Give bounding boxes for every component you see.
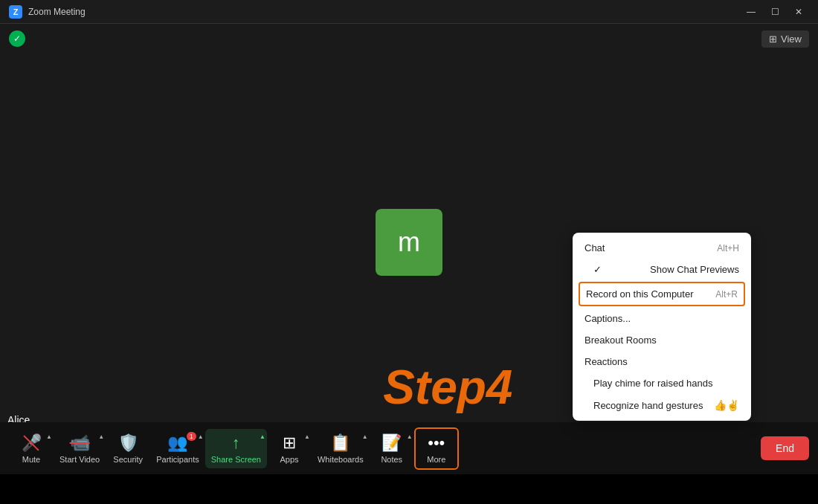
mute-label: Mute [22,455,40,464]
titlebar-left: Z Zoom Meeting [9,5,86,19]
record-shortcut: Alt+R [715,289,738,300]
zoom-logo-icon: Z [9,5,22,19]
maximize-button[interactable]: ☐ [764,4,785,19]
meeting-area: ✓ ⊞ View m Alice Step4 Chat Alt+H ✓ Show… [0,24,818,474]
notes-label: Notes [381,455,402,464]
meeting-topbar: ✓ ⊞ View [0,24,818,54]
share-screen-chevron-icon[interactable]: ▲ [260,433,265,440]
mute-chevron-icon[interactable]: ▲ [46,433,52,440]
check-icon: ✓ [593,264,602,275]
more-label: More [427,455,445,464]
apps-chevron-icon[interactable]: ▲ [304,433,310,440]
notes-button[interactable]: 📝 Notes ▲ [370,429,414,468]
apps-label: Apps [280,455,298,464]
notes-icon: 📝 [381,433,402,453]
apps-button[interactable]: ⊞ Apps ▲ [267,429,312,468]
reactions-label: Reactions [584,356,628,367]
whiteboards-button[interactable]: 📋 Whiteboards ▲ [312,429,370,468]
breakout-label: Breakout Rooms [584,335,657,346]
toolbar: 🎤 Mute ▲ 📹 Start Video ▲ 🛡️ Security 👥 P… [0,422,818,474]
apps-icon: ⊞ [283,433,296,453]
view-label: View [781,33,802,45]
whiteboards-chevron-icon[interactable]: ▲ [362,433,368,440]
record-label: Record on this Computer [586,288,694,300]
participants-chevron-icon[interactable]: ▲ [198,433,204,440]
more-dropdown-menu: Chat Alt+H ✓ Show Chat Previews Record o… [573,233,751,421]
dropdown-reactions-item[interactable]: Reactions [573,351,751,372]
participants-icon: 👥 [167,433,187,453]
dropdown-record-item[interactable]: Record on this Computer Alt+R [579,282,745,306]
participants-count-badge: 1 [187,432,196,441]
mute-button[interactable]: 🎤 Mute ▲ [9,429,54,468]
participants-button[interactable]: 👥 Participants ▲ 1 [150,429,204,468]
video-button[interactable]: 📹 Start Video ▲ [54,429,106,468]
dropdown-show-chat-previews-item[interactable]: ✓ Show Chat Previews [573,259,751,280]
share-screen-button[interactable]: ↑ Share Screen ▲ [205,429,267,468]
mute-icon: 🎤 [22,433,42,453]
minimize-button[interactable]: — [741,4,761,19]
step-label: Step4 [383,360,512,415]
whiteboards-label: Whiteboards [318,455,364,464]
dropdown-captions-item[interactable]: Captions... [573,308,751,329]
avatar-letter: m [398,227,420,258]
grid-icon: ⊞ [769,33,777,45]
security-button[interactable]: 🛡️ Security [106,429,150,468]
show-chat-previews-label: Show Chat Previews [650,264,739,275]
whiteboards-icon: 📋 [330,433,350,453]
notes-chevron-icon[interactable]: ▲ [407,433,413,440]
security-label: Security [113,455,143,464]
share-screen-icon: ↑ [232,433,240,453]
video-icon: 📹 [70,433,90,453]
dropdown-recognize-gestures-item[interactable]: Recognize hand gestures 👍✌️ [573,394,751,416]
close-button[interactable]: ✕ [788,4,809,19]
dropdown-breakout-item[interactable]: Breakout Rooms [573,329,751,351]
security-icon: 🛡️ [118,433,138,453]
gestures-emoji-icon: 👍✌️ [714,399,739,411]
more-button[interactable]: ••• More [414,427,459,470]
chat-shortcut: Alt+H [717,243,739,253]
play-chime-label: Play chime for raised hands [593,378,712,389]
dropdown-play-chime-item[interactable]: Play chime for raised hands [573,372,751,394]
share-screen-label: Share Screen [211,455,261,464]
participant-avatar: m [376,209,442,276]
titlebar: Z Zoom Meeting — ☐ ✕ [0,0,818,24]
more-icon: ••• [428,433,445,453]
dropdown-chat-item[interactable]: Chat Alt+H [573,237,751,259]
recognize-gestures-label: Recognize hand gestures [593,400,703,411]
app-title: Zoom Meeting [28,7,86,17]
view-button[interactable]: ⊞ View [761,30,809,48]
video-chevron-icon[interactable]: ▲ [98,433,104,440]
captions-label: Captions... [584,313,631,324]
titlebar-controls: — ☐ ✕ [741,4,809,19]
participants-label: Participants [156,455,199,464]
chat-label: Chat [584,242,605,253]
security-shield-icon: ✓ [9,30,25,47]
video-label: Start Video [59,455,100,464]
end-button[interactable]: End [761,436,809,460]
